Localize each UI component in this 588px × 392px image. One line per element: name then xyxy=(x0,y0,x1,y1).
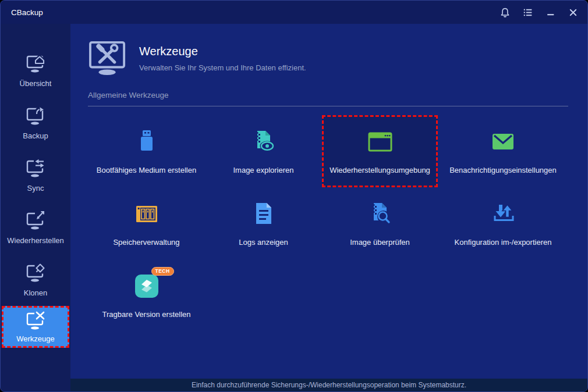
tool-label: Benachrichtigungseinstellungen xyxy=(449,166,557,174)
sidebar-item-sync[interactable]: Sync xyxy=(1,149,70,201)
app-window: CBackup xyxy=(0,0,588,392)
tool-label: Konfiguration im-/exportieren xyxy=(455,238,552,247)
import-export-icon xyxy=(489,200,517,228)
minimize-icon xyxy=(545,7,556,18)
tool-portable-version[interactable]: TECH Tragbare Version erstellen xyxy=(88,259,205,332)
image-check-icon xyxy=(366,200,394,228)
tool-notification-settings[interactable]: Benachrichtigungseinstellungen xyxy=(438,115,568,187)
status-text: Einfach durchzuführende Sicherungs-/Wied… xyxy=(192,381,466,389)
minimize-button[interactable] xyxy=(541,3,559,21)
sidebar-item-label: Werkzeuge xyxy=(16,334,55,343)
page-subtitle: Verwalten Sie Ihr System und Ihre Daten … xyxy=(139,63,306,72)
monitor-sync-icon xyxy=(24,158,47,179)
portable-app-icon xyxy=(133,272,161,300)
monitor-tools-large-icon xyxy=(88,40,129,76)
section-title: Allgemeine Werkzeuge xyxy=(88,91,568,99)
notifications-button[interactable] xyxy=(496,3,513,21)
tool-bootable-media[interactable]: Bootfähiges Medium erstellen xyxy=(88,115,205,187)
titlebar: CBackup xyxy=(1,1,587,24)
tool-import-export-config[interactable]: Konfiguration im-/exportieren xyxy=(438,187,568,259)
monitor-clone-icon xyxy=(24,263,47,284)
sidebar: Übersicht Backup Sync xyxy=(1,24,70,391)
tools-grid: Bootfähiges Medium erstellen Image exp xyxy=(88,115,568,332)
bell-icon xyxy=(500,7,511,18)
storage-icon xyxy=(133,200,161,228)
tool-label: Wiederherstellungsumgebung xyxy=(330,166,430,174)
sidebar-item-werkzeuge[interactable]: Werkzeuge xyxy=(2,306,69,348)
tech-badge: TECH xyxy=(151,267,174,276)
close-icon xyxy=(568,7,579,18)
sidebar-item-backup[interactable]: Backup xyxy=(1,97,70,149)
tool-label: Image explorieren xyxy=(233,166,293,174)
sidebar-item-klonen[interactable]: Klonen xyxy=(1,254,70,306)
section-divider xyxy=(88,106,568,106)
main-panel: Werkzeuge Verwalten Sie Ihr System und I… xyxy=(70,24,587,391)
mail-icon xyxy=(489,128,517,156)
sidebar-item-label: Übersicht xyxy=(20,79,52,88)
titlebar-buttons xyxy=(496,3,582,21)
sidebar-item-label: Wiederherstellen xyxy=(7,236,64,245)
tool-label: Speicherverwaltung xyxy=(113,238,179,247)
app-title: CBackup xyxy=(11,8,43,17)
tool-label: Bootfähiges Medium erstellen xyxy=(97,166,196,174)
recovery-window-icon xyxy=(366,128,394,156)
section-header: Allgemeine Werkzeuge xyxy=(88,91,568,106)
tool-image-explore[interactable]: Image explorieren xyxy=(205,115,322,187)
page-header: Werkzeuge Verwalten Sie Ihr System und I… xyxy=(88,40,568,76)
image-explore-icon xyxy=(250,128,278,156)
sidebar-item-uebersicht[interactable]: Übersicht xyxy=(1,44,70,97)
tool-recovery-environment[interactable]: Wiederherstellungsumgebung xyxy=(322,115,438,187)
monitor-home-icon xyxy=(24,54,47,74)
tool-label: Tragbare Version erstellen xyxy=(102,310,191,319)
monitor-restore-icon xyxy=(24,211,47,231)
tool-storage-management[interactable]: Speicherverwaltung xyxy=(88,187,205,259)
monitor-backup-icon xyxy=(24,106,47,127)
tool-view-logs[interactable]: Logs anzeigen xyxy=(205,187,322,259)
tool-label: Logs anzeigen xyxy=(239,238,288,247)
menu-button[interactable] xyxy=(519,3,536,21)
tool-label: Image überprüfen xyxy=(350,238,410,247)
page-header-text: Werkzeuge Verwalten Sie Ihr System und I… xyxy=(139,45,306,72)
close-button[interactable] xyxy=(564,3,582,21)
monitor-tools-icon xyxy=(24,311,47,332)
usb-drive-icon xyxy=(133,128,161,156)
menu-list-icon xyxy=(522,7,533,18)
tool-image-check[interactable]: Image überprüfen xyxy=(322,187,438,259)
sidebar-item-label: Klonen xyxy=(24,288,47,297)
sidebar-item-wiederherstellen[interactable]: Wiederherstellen xyxy=(1,201,70,254)
sidebar-item-label: Backup xyxy=(23,131,48,140)
page-title: Werkzeuge xyxy=(139,45,306,58)
log-document-icon xyxy=(250,200,278,228)
sidebar-item-label: Sync xyxy=(27,184,44,193)
statusbar: Einfach durchzuführende Sicherungs-/Wied… xyxy=(70,379,587,391)
